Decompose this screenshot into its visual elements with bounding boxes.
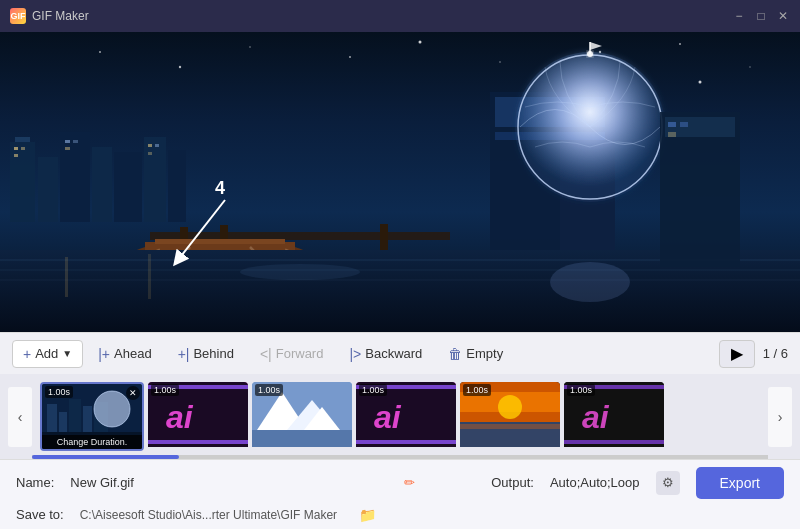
svg-rect-16: [114, 152, 142, 222]
svg-point-52: [550, 262, 630, 302]
svg-point-4: [349, 56, 351, 58]
svg-rect-24: [65, 147, 70, 150]
play-icon: ▶: [731, 344, 743, 363]
app-title: GIF Maker: [32, 9, 89, 23]
svg-rect-82: [356, 440, 456, 444]
maximize-button[interactable]: □: [754, 9, 768, 23]
title-bar-controls: − □ ✕: [732, 9, 790, 23]
svg-rect-20: [21, 147, 25, 150]
svg-point-6: [499, 61, 501, 63]
film-duration-2: 1.00s: [151, 384, 179, 396]
svg-rect-89: [460, 424, 560, 429]
svg-text:4: 4: [215, 178, 225, 198]
film-close-1[interactable]: ✕: [126, 386, 140, 400]
svg-rect-58: [668, 122, 676, 127]
svg-point-55: [240, 264, 360, 280]
film-item-1[interactable]: 1.00s ✕ Change Duration.: [40, 382, 144, 451]
toolbar: + Add ▼ |+ Ahead +| Behind <| Forward |>…: [0, 332, 800, 374]
bottom-bar: Name: New Gif.gif ✏ Output: Auto;Auto;Lo…: [0, 459, 800, 529]
film-item-3[interactable]: 1.00s: [252, 382, 352, 451]
svg-rect-18: [168, 150, 186, 222]
svg-rect-11: [10, 142, 35, 222]
svg-rect-60: [668, 132, 676, 137]
film-duration-3: 1.00s: [255, 384, 283, 396]
svg-rect-53: [65, 257, 68, 297]
add-label: Add: [35, 346, 58, 361]
film-item-2[interactable]: ai 1.00s: [148, 382, 248, 451]
filmstrip-prev-button[interactable]: ‹: [8, 387, 32, 447]
output-settings-button[interactable]: ⚙: [656, 471, 680, 495]
svg-rect-15: [92, 147, 112, 222]
save-to-label: Save to:: [16, 507, 64, 522]
minimize-button[interactable]: −: [732, 9, 746, 23]
svg-rect-23: [73, 140, 78, 143]
plus-icon: +: [23, 346, 31, 362]
output-label: Output:: [491, 475, 534, 490]
forward-icon: <|: [260, 346, 272, 362]
behind-icon: +|: [178, 346, 190, 362]
filmstrip-progress: [32, 455, 768, 459]
svg-rect-73: [148, 440, 248, 444]
close-button[interactable]: ✕: [776, 9, 790, 23]
svg-rect-17: [144, 137, 166, 222]
svg-rect-40: [380, 224, 388, 252]
svg-rect-12: [15, 137, 30, 142]
forward-button[interactable]: <| Forward: [249, 340, 335, 368]
film-duration-6: 1.00s: [567, 384, 595, 396]
svg-rect-22: [65, 140, 70, 143]
svg-rect-92: [564, 440, 664, 444]
ahead-label: Ahead: [114, 346, 152, 361]
svg-point-3: [249, 46, 251, 48]
output-value: Auto;Auto;Loop: [550, 475, 640, 490]
film-item-4[interactable]: ai 1.00s: [356, 382, 456, 451]
svg-point-87: [498, 395, 522, 419]
svg-rect-79: [252, 430, 352, 447]
behind-button[interactable]: +| Behind: [167, 340, 245, 368]
change-duration-1[interactable]: Change Duration.: [42, 435, 142, 449]
film-duration-5: 1.00s: [463, 384, 491, 396]
add-dropdown-icon[interactable]: ▼: [62, 348, 72, 359]
svg-rect-26: [155, 144, 159, 147]
film-duration-1: 1.00s: [45, 386, 73, 398]
film-item-6[interactable]: ai 1.00s: [564, 382, 664, 451]
svg-rect-13: [38, 157, 58, 222]
svg-rect-14: [60, 132, 90, 222]
title-bar-left: GIF GIF Maker: [10, 8, 89, 24]
export-button[interactable]: Export: [696, 467, 784, 499]
svg-rect-25: [148, 144, 152, 147]
trash-icon: 🗑: [448, 346, 462, 362]
backward-button[interactable]: |> Backward: [338, 340, 433, 368]
bottom-row-1: Name: New Gif.gif ✏ Output: Auto;Auto;Lo…: [16, 467, 784, 499]
svg-rect-43: [155, 239, 285, 244]
filmstrip: ‹ 1.00s ✕ Change Duration.: [0, 374, 800, 459]
svg-text:ai: ai: [166, 399, 194, 435]
svg-point-9: [749, 66, 751, 68]
backward-icon: |>: [349, 346, 361, 362]
empty-label: Empty: [466, 346, 503, 361]
ahead-icon: |+: [98, 346, 110, 362]
svg-point-2: [179, 66, 181, 68]
svg-text:ai: ai: [582, 399, 610, 435]
svg-rect-21: [14, 154, 18, 157]
add-button[interactable]: + Add ▼: [12, 340, 83, 368]
svg-rect-27: [148, 152, 152, 155]
toolbar-right: ▶ 1 / 6: [719, 340, 788, 368]
preview-area: 4: [0, 32, 800, 332]
play-button[interactable]: ▶: [719, 340, 755, 368]
empty-button[interactable]: 🗑 Empty: [437, 340, 514, 368]
svg-point-8: [679, 43, 681, 45]
filmstrip-next-button[interactable]: ›: [768, 387, 792, 447]
ahead-button[interactable]: |+ Ahead: [87, 340, 162, 368]
forward-label: Forward: [276, 346, 324, 361]
app-icon: GIF: [10, 8, 26, 24]
svg-point-69: [94, 391, 130, 427]
svg-point-1: [99, 51, 101, 53]
folder-browse-icon[interactable]: 📁: [359, 507, 376, 523]
backward-label: Backward: [365, 346, 422, 361]
edit-name-icon[interactable]: ✏: [404, 475, 415, 490]
svg-rect-54: [148, 254, 151, 299]
svg-text:ai: ai: [374, 399, 402, 435]
bottom-row-2: Save to: C:\Aiseesoft Studio\Ais...rter …: [16, 507, 784, 523]
svg-rect-19: [14, 147, 18, 150]
film-item-5[interactable]: 1.00s: [460, 382, 560, 451]
